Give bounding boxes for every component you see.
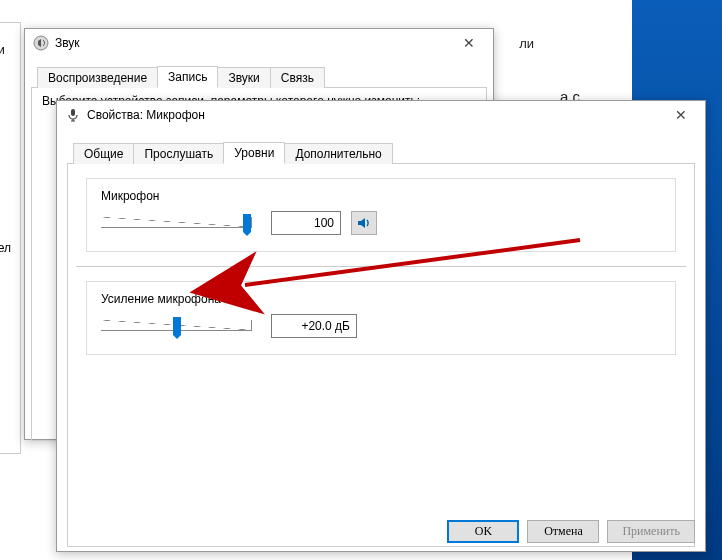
tab-recording[interactable]: Запись (157, 66, 218, 88)
mic-level-slider[interactable] (101, 214, 261, 232)
mic-props-tabs: Общие Прослушать Уровни Дополнительно (67, 141, 695, 164)
background-page-fragment: и ател (0, 22, 21, 454)
tab-advanced[interactable]: Дополнительно (284, 143, 392, 164)
sound-close-button[interactable]: ✕ (453, 29, 485, 57)
microphone-icon (65, 107, 81, 123)
tab-listen[interactable]: Прослушать (133, 143, 224, 164)
mic-boost-value[interactable] (271, 314, 357, 338)
speaker-icon (356, 215, 372, 231)
mic-properties-window: Свойства: Микрофон ✕ Общие Прослушать Ур… (56, 100, 706, 552)
mic-level-label: Микрофон (101, 189, 661, 203)
mic-boost-slider[interactable] (101, 317, 261, 335)
sound-icon (33, 35, 49, 51)
mic-level-group: Микрофон (86, 178, 676, 252)
sound-tabs: Воспроизведение Запись Звуки Связь (31, 65, 487, 88)
cancel-button[interactable]: Отмена (527, 520, 599, 543)
mic-boost-label: Усиление микрофона (101, 292, 661, 306)
mic-props-title: Свойства: Микрофон (87, 108, 205, 122)
tab-levels[interactable]: Уровни (223, 142, 285, 164)
section-divider (76, 266, 686, 267)
sound-window-titlebar[interactable]: Звук ✕ (25, 29, 493, 57)
mic-props-close-button[interactable]: ✕ (665, 101, 697, 129)
mic-props-titlebar[interactable]: Свойства: Микрофон ✕ (57, 101, 705, 129)
levels-tab-body: Микрофон (67, 164, 695, 547)
tab-sounds[interactable]: Звуки (217, 67, 270, 88)
apply-button[interactable]: Применить (607, 520, 695, 543)
ok-button[interactable]: OK (447, 520, 519, 543)
sound-window-title: Звук (55, 36, 80, 50)
mic-level-value[interactable] (271, 211, 341, 235)
svg-rect-1 (71, 109, 75, 116)
dialog-buttons: OK Отмена Применить (447, 520, 695, 543)
tab-general[interactable]: Общие (73, 143, 134, 164)
mic-boost-group: Усиление микрофона (86, 281, 676, 355)
tab-communications[interactable]: Связь (270, 67, 325, 88)
mic-mute-button[interactable] (351, 211, 377, 235)
tab-playback[interactable]: Воспроизведение (37, 67, 158, 88)
